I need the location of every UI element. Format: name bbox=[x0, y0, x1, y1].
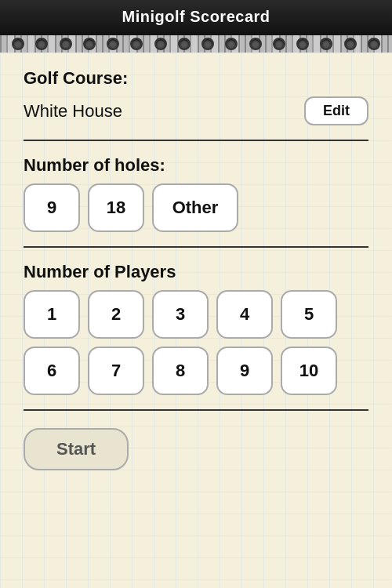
spiral-hole bbox=[130, 38, 143, 50]
spiral-binding bbox=[0, 35, 392, 53]
players-option-button[interactable]: 10 bbox=[281, 347, 337, 395]
spiral-hole bbox=[273, 38, 285, 50]
spiral-hole bbox=[320, 38, 332, 50]
spiral-hole bbox=[344, 38, 357, 50]
spiral-hole bbox=[225, 38, 238, 50]
app-title: Minigolf Scorecard bbox=[122, 8, 270, 25]
spiral-hole bbox=[12, 38, 24, 50]
spiral-hole bbox=[60, 38, 72, 50]
spiral-hole bbox=[249, 38, 262, 50]
players-option-button[interactable]: 1 bbox=[24, 290, 80, 339]
spiral-hole bbox=[178, 38, 191, 50]
course-row: White House Edit bbox=[24, 96, 368, 125]
notepad: Golf Course: White House Edit Number of … bbox=[0, 53, 392, 588]
holes-option-button[interactable]: 9 bbox=[24, 183, 80, 232]
holes-option-button[interactable]: 18 bbox=[88, 183, 144, 232]
number-of-players-label: Number of Players bbox=[24, 262, 368, 282]
players-option-button[interactable]: 3 bbox=[152, 290, 209, 339]
holes-option-button[interactable]: Other bbox=[152, 183, 238, 232]
title-bar: Minigolf Scorecard bbox=[0, 0, 392, 35]
spiral-hole bbox=[83, 38, 96, 50]
golf-course-label: Golf Course: bbox=[24, 68, 368, 89]
edit-button[interactable]: Edit bbox=[304, 96, 368, 125]
divider-1 bbox=[24, 140, 368, 141]
holes-button-group: 918Other bbox=[24, 183, 368, 232]
players-option-button[interactable]: 4 bbox=[216, 290, 273, 339]
players-button-group: 12345678910 bbox=[24, 290, 368, 395]
spiral-hole bbox=[368, 38, 380, 50]
players-option-button[interactable]: 8 bbox=[152, 347, 209, 395]
start-button[interactable]: Start bbox=[24, 428, 129, 470]
spiral-hole bbox=[201, 38, 214, 50]
players-option-button[interactable]: 6 bbox=[24, 347, 80, 395]
course-name: White House bbox=[24, 101, 122, 122]
divider-3 bbox=[24, 409, 368, 411]
number-of-holes-label: Number of holes: bbox=[24, 155, 368, 176]
spiral-hole bbox=[296, 38, 309, 50]
spiral-hole bbox=[35, 38, 48, 50]
divider-2 bbox=[24, 246, 368, 248]
spiral-hole bbox=[154, 38, 167, 50]
players-option-button[interactable]: 5 bbox=[281, 290, 337, 339]
spiral-hole bbox=[107, 38, 119, 50]
players-option-button[interactable]: 2 bbox=[88, 290, 144, 339]
players-option-button[interactable]: 7 bbox=[88, 347, 144, 395]
players-option-button[interactable]: 9 bbox=[216, 347, 273, 395]
